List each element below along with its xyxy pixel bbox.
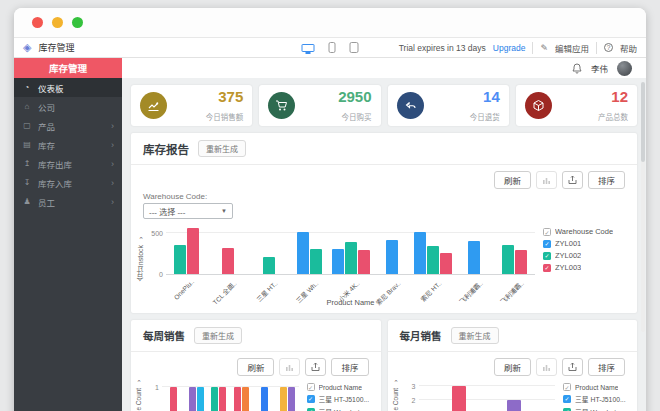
legend-item[interactable]: ✓三星 HT-J5100...: [563, 394, 629, 404]
export-button[interactable]: [562, 171, 583, 189]
y-axis-label[interactable]: 合计Sale Count: [391, 378, 401, 411]
bar[interactable]: [234, 387, 241, 411]
chart-type-button[interactable]: [279, 358, 300, 376]
plot-area: 1: [162, 381, 299, 411]
bar[interactable]: [515, 250, 527, 275]
stat-cards-row: 375今日销售额 2950今日购买 14今日退货: [131, 85, 637, 126]
bar[interactable]: [452, 386, 466, 411]
bar[interactable]: [507, 400, 521, 411]
close-window-button[interactable]: [32, 17, 43, 28]
bar[interactable]: [211, 387, 218, 411]
desktop-view-icon[interactable]: [302, 44, 315, 52]
bar[interactable]: [261, 387, 268, 411]
scrollbar-thumb[interactable]: [641, 82, 645, 162]
legend-item[interactable]: ✓Warehouse Code: [543, 227, 627, 236]
bar[interactable]: [189, 387, 196, 411]
bar[interactable]: [170, 387, 177, 411]
export-button[interactable]: [562, 358, 583, 376]
sidebar-item-5[interactable]: ↧库存入库›: [14, 173, 122, 192]
sidebar-item-6[interactable]: ♟员工›: [14, 192, 122, 211]
legend-checkbox[interactable]: ✓: [543, 264, 551, 272]
weekly-chart: 合计Sale Count 1 ✓Product Name✓三星 HT-J5100…: [131, 379, 381, 411]
sidebar-item-0[interactable]: ◔仪表板: [14, 78, 122, 97]
legend-checkbox[interactable]: ✓: [563, 383, 571, 391]
bar[interactable]: [174, 245, 186, 274]
legend-checkbox[interactable]: ✓: [543, 252, 551, 260]
legend-checkbox[interactable]: ✓: [543, 240, 551, 248]
upgrade-link[interactable]: Upgrade: [493, 43, 526, 53]
sidebar-nav: ◔仪表板⌂公司▢产品›▤库存›↥库存出库›↧库存入库›♟员工›: [14, 78, 122, 211]
regenerate-button[interactable]: 重新生成: [198, 140, 246, 157]
bar[interactable]: [242, 387, 249, 411]
help-button[interactable]: 帮助: [620, 42, 637, 54]
bar[interactable]: [187, 228, 199, 274]
stat-card-products: 12产品总数: [516, 85, 637, 126]
bar[interactable]: [263, 257, 275, 274]
warehouse-code-select[interactable]: --- 选择 --- ▼: [143, 203, 233, 219]
bar[interactable]: [414, 232, 426, 274]
sidebar-item-label: 库存出库: [38, 158, 72, 170]
avatar[interactable]: [617, 61, 632, 76]
bar[interactable]: [310, 249, 322, 274]
minimize-window-button[interactable]: [52, 17, 63, 28]
refresh-button[interactable]: 刷新: [494, 171, 531, 189]
bar[interactable]: [386, 240, 398, 274]
chart-legend: ✓Product Name✓三星 HT-J5100...✓三星 Wondert.…: [299, 381, 373, 411]
chart-type-button[interactable]: [536, 171, 557, 189]
sidebar-item-4[interactable]: ↥库存出库›: [14, 154, 122, 173]
sidebar-item-label: 员工: [38, 196, 55, 208]
stat-label: 今日退货: [470, 113, 500, 122]
tablet-view-icon[interactable]: [350, 42, 359, 53]
legend-checkbox[interactable]: ✓: [543, 228, 551, 236]
sort-button[interactable]: 排序: [588, 171, 625, 189]
legend-item[interactable]: ✓Product Name: [307, 383, 373, 391]
legend-item[interactable]: ✓ZYL003: [543, 263, 627, 272]
refresh-button[interactable]: 刷新: [494, 358, 531, 376]
bar[interactable]: [502, 245, 514, 274]
sidebar-item-1[interactable]: ⌂公司: [14, 97, 122, 116]
sort-button[interactable]: 排序: [331, 358, 368, 376]
bar[interactable]: [332, 249, 344, 274]
edit-app-button[interactable]: 编辑应用: [555, 42, 589, 54]
sort-button[interactable]: 排序: [588, 358, 625, 376]
refresh-button[interactable]: 刷新: [237, 358, 274, 376]
regenerate-button[interactable]: 重新生成: [194, 327, 242, 344]
regenerate-button[interactable]: 重新生成: [451, 327, 499, 344]
bar[interactable]: [468, 241, 480, 274]
divider: [596, 42, 597, 54]
bar[interactable]: [427, 246, 439, 274]
bar[interactable]: [345, 242, 357, 274]
bar[interactable]: [440, 253, 452, 274]
bar[interactable]: [222, 248, 234, 274]
y-axis-label[interactable]: 合计Instock: [136, 235, 146, 281]
legend-checkbox[interactable]: ✓: [307, 383, 315, 391]
legend-item[interactable]: ✓三星 Wondert...: [563, 407, 629, 411]
y-tick-label: 0: [148, 271, 163, 278]
legend-checkbox[interactable]: ✓: [563, 395, 571, 403]
sidebar-item-3[interactable]: ▤库存›: [14, 135, 122, 154]
bar[interactable]: [288, 387, 295, 411]
legend-item[interactable]: ✓ZYL001: [543, 239, 627, 248]
legend-label: 三星 Wondert...: [319, 407, 366, 411]
bar[interactable]: [219, 387, 226, 411]
bar[interactable]: [280, 387, 287, 411]
chart-type-button[interactable]: [536, 358, 557, 376]
phone-view-icon[interactable]: [329, 42, 336, 53]
user-name[interactable]: 李伟: [591, 62, 608, 74]
legend-item[interactable]: ✓Product Name: [563, 383, 629, 391]
maximize-window-button[interactable]: [72, 17, 83, 28]
notification-bell-icon[interactable]: [572, 63, 582, 74]
export-button[interactable]: [305, 358, 326, 376]
sidebar-item-2[interactable]: ▢产品›: [14, 116, 122, 135]
scrollbar[interactable]: [641, 82, 645, 332]
bar[interactable]: [358, 250, 370, 274]
chevron-right-icon: ›: [111, 140, 114, 150]
bar[interactable]: [297, 232, 309, 274]
legend-checkbox[interactable]: ✓: [307, 395, 315, 403]
legend-item[interactable]: ✓ZYL002: [543, 251, 627, 260]
legend-item[interactable]: ✓三星 HT-J5100...: [307, 394, 373, 404]
bar[interactable]: [197, 387, 204, 411]
y-axis-label[interactable]: 合计Sale Count: [134, 378, 144, 411]
sidebar: 库存管理 ◔仪表板⌂公司▢产品›▤库存›↥库存出库›↧库存入库›♟员工›: [14, 58, 122, 411]
legend-item[interactable]: ✓三星 Wondert...: [307, 407, 373, 411]
